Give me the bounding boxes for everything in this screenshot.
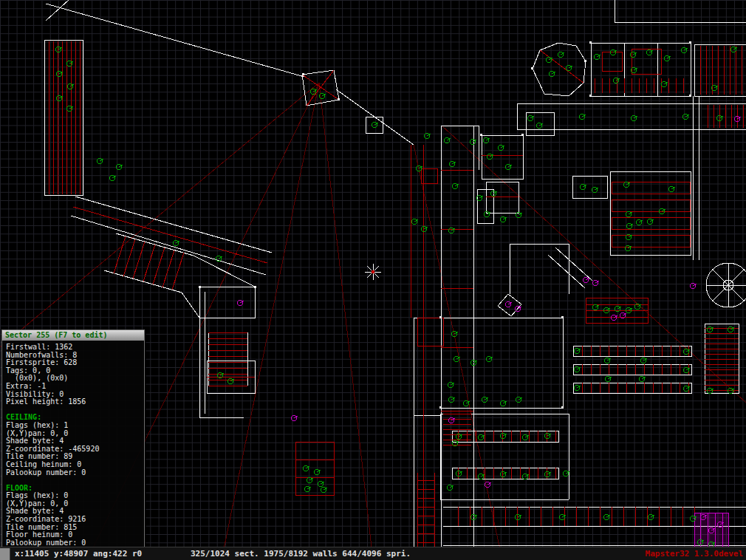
sector-info-line-extra: Extra: -1: [6, 383, 140, 391]
sector-info-line-firstwall: Firstwall: 1362: [6, 344, 140, 352]
sector-info-panel: Sector 255 (F7 to edit) Firstwall: 1362 …: [1, 329, 145, 552]
map-counts-readout: 325/1024 sect. 1975/8192 walls 644/4096 …: [191, 549, 411, 559]
sector-panel-title: Sector 255 (F7 to edit): [2, 330, 144, 341]
app-version-label: Mapster32 1.3.0devel: [646, 549, 743, 559]
map-editor-canvas[interactable]: Sector 255 (F7 to edit) Firstwall: 1362 …: [0, 0, 746, 560]
ceiling-flags-line: Flags (hex): 1: [6, 422, 140, 430]
crosshair-cursor: [365, 264, 381, 280]
ceiling-palookup-line: Palookup number: 0: [6, 469, 140, 477]
cursor-position-readout: x:11405 y:48907 ang:422 r0: [15, 549, 142, 559]
ceiling-heinum-line: Ceiling heinum: 0: [6, 461, 140, 469]
sector-panel-body: Firstwall: 1362 Numberofwalls: 8 Firstsp…: [2, 341, 144, 551]
sector-info-line-pixel-height: Pixel height: 1856: [6, 398, 140, 406]
status-corner-box: [0, 548, 10, 560]
status-bar: x:11405 y:48907 ang:422 r0 325/1024 sect…: [0, 547, 746, 560]
green-sprites-layer: [56, 47, 738, 547]
red-wall-lines: [49, 41, 743, 560]
floor-palookup-line: Palookup number: 0: [6, 539, 140, 547]
white-wall-lines: [44, 0, 746, 560]
